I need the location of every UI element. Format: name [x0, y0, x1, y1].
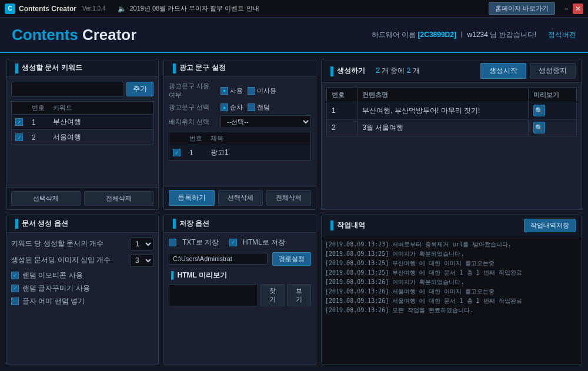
- find-button[interactable]: 찾기: [260, 284, 285, 306]
- kw-col-checkbox: [15, 103, 32, 112]
- log-panel: 작업내역 작업내역저장 [2019.08.09.13:23] 서버로부터 중복제…: [321, 215, 582, 366]
- per-keyword-select[interactable]: 1235: [130, 238, 153, 250]
- ad-position-select[interactable]: --선택--: [220, 115, 311, 128]
- ad-nouse-text: 미사용: [257, 86, 276, 95]
- ad-col-checkbox: [173, 134, 189, 143]
- preview-icon-2[interactable]: 🔍: [533, 122, 545, 133]
- count-total: 2: [376, 66, 380, 75]
- ad-row-1: 1 광고1: [169, 145, 310, 160]
- separator: ㅣ: [458, 31, 467, 39]
- register-ad-button[interactable]: 등록하기: [169, 190, 215, 206]
- emoticon-checkbox[interactable]: [11, 272, 19, 279]
- ad-position-row: 배치위치 선택 --선택--: [169, 115, 311, 128]
- ad-table-header: 번호 제목: [169, 132, 310, 145]
- log-entry: [2019.08.09.13:23] 서버로부터 중복제거 url를 받아왔습니…: [325, 240, 578, 249]
- per-keyword-label: 키워드 당 생성할 문서의 개수: [11, 239, 126, 249]
- emoticon-option[interactable]: 랜덤 이모티콘 사용: [11, 270, 153, 280]
- html-label: HTML로 저장: [243, 238, 285, 248]
- gen-no-2: 2: [327, 119, 358, 136]
- generate-panel: 생성하기 2 개 중에 2 개 생성시작 생성중지 번호 컨텐츠명: [321, 59, 582, 210]
- gen-col-preview: 미리보기: [529, 88, 577, 102]
- font-checkbox[interactable]: [11, 285, 19, 292]
- ad-nouse-radio[interactable]: [248, 87, 255, 95]
- gen-col-name: 컨텐츠명: [358, 88, 529, 102]
- kw-checkbox-2[interactable]: [15, 133, 23, 141]
- generate-table-body: 1 부산여행, 부산먹방투어! 마무리 짓기! 🔍 2 3월 서울여행 🔍: [327, 102, 577, 136]
- minimize-button[interactable]: −: [561, 4, 572, 14]
- ad-position-label: 배치위치 선택: [169, 118, 216, 126]
- html-checkbox[interactable]: [229, 239, 237, 246]
- ad-order-text: 순차: [230, 103, 243, 112]
- ad-use-options: 사용 미사용: [220, 86, 276, 95]
- delete-selected-ad-button[interactable]: 선택삭제: [218, 190, 263, 206]
- ad-use-label: 광고문구 사용여부: [169, 82, 216, 99]
- txt-checkbox[interactable]: [169, 239, 176, 246]
- generate-table: 번호 컨텐츠명 미리보기 1 부산여행, 부산먹방투어! 마무리 짓기! 🔍: [326, 88, 577, 136]
- start-generate-button[interactable]: 생성시작: [480, 63, 526, 79]
- ad-order-option[interactable]: 순차: [220, 103, 243, 112]
- version-label: Ver.1.0.4: [82, 5, 105, 12]
- log-entry: [2019.08.09.13:26] 서울여행 에 대한 이미지 를고오는중: [325, 287, 578, 296]
- font-size-checkbox[interactable]: [11, 298, 19, 305]
- delete-all-keywords-button[interactable]: 전체삭제: [84, 191, 153, 206]
- keywords-panel-title: 생성할 문서 키워드: [6, 59, 158, 77]
- ad-checkbox-1[interactable]: [173, 149, 181, 156]
- kw-col-no: 번호: [32, 103, 53, 112]
- hw-label: 하드웨어 이름: [372, 31, 416, 39]
- save-panel: 저장 옵션 TXT로 저장 HTML로 저장 C:\Users\Administ…: [163, 215, 316, 366]
- preview-icon-1[interactable]: 🔍: [533, 105, 545, 116]
- stop-generate-button[interactable]: 생성중지: [530, 63, 576, 79]
- gen-preview-2: 🔍: [529, 119, 577, 136]
- font-option[interactable]: 랜덤 글자꾸미기 사용: [11, 283, 153, 293]
- keyword-input[interactable]: [11, 82, 124, 96]
- ad-nouse-option[interactable]: 미사용: [248, 86, 276, 95]
- generate-count-info: 2 개 중에 2 개: [376, 66, 420, 76]
- html-search-input[interactable]: [169, 284, 258, 306]
- path-input[interactable]: C:\Users\Administrat: [169, 253, 268, 265]
- logo: Contents Creator: [12, 26, 372, 44]
- ad-title-1: 광고1: [211, 148, 307, 158]
- per-keyword-row: 키워드 당 생성할 문서의 개수 1235: [11, 238, 153, 250]
- home-button[interactable]: 홈페이지 바로가기: [489, 2, 555, 15]
- txt-option[interactable]: TXT로 저장: [169, 238, 219, 248]
- font-size-label: 글자 어미 랜덤 넣기: [22, 296, 85, 306]
- delete-selected-keywords-button[interactable]: 선택삭제: [11, 191, 81, 206]
- view-button[interactable]: 보기: [287, 284, 311, 306]
- options-panel-title: 문서 생성 옵션: [6, 215, 158, 233]
- logo-contents: Contents: [12, 26, 78, 44]
- gen-row-2: 2 3월 서울여행 🔍: [327, 119, 577, 136]
- ad-random-radio[interactable]: [248, 103, 255, 111]
- keywords-panel: 생성할 문서 키워드 추가 번호 키워드 1 부산여행: [6, 59, 159, 210]
- ad-order-radio[interactable]: [220, 103, 228, 111]
- ad-col-no: 번호: [189, 134, 211, 143]
- user-info: 하드웨어 이름 [2C3899D2] ㅣ w1234 님 반갑습니다!: [372, 30, 536, 40]
- html-option[interactable]: HTML로 저장: [229, 238, 285, 248]
- log-entry: [2019.08.09.13:26] 모든 작업을 완료하였습니다.: [325, 306, 578, 315]
- close-button[interactable]: ✕: [573, 4, 583, 14]
- generate-title: 생성하기: [328, 66, 365, 76]
- save-panel-title: 저장 옵션: [164, 215, 316, 233]
- gen-name-1: 부산여행, 부산먹방투어! 마무리 짓기!: [358, 102, 529, 119]
- ad-use-row: 광고문구 사용여부 사용 미사용: [169, 82, 311, 99]
- gen-preview-1: 🔍: [529, 102, 577, 119]
- delete-all-ad-button[interactable]: 전체삭제: [266, 190, 311, 206]
- ad-random-option[interactable]: 랜덤: [248, 103, 270, 112]
- options-panel: 문서 생성 옵션 키워드 당 생성할 문서의 개수 1235 생성된 문서당 이…: [6, 215, 159, 366]
- ad-footer: 등록하기 선택삭제 전체삭제: [164, 186, 316, 209]
- keywords-table-header: 번호 키워드: [12, 102, 153, 115]
- add-keyword-button[interactable]: 추가: [126, 82, 153, 96]
- emoticon-label: 랜덤 이모티콘 사용: [22, 270, 83, 280]
- kw-value-1: 부산여행: [53, 117, 149, 127]
- ad-use-option[interactable]: 사용: [220, 86, 243, 95]
- path-button[interactable]: 경로설정: [272, 252, 311, 266]
- ad-use-radio[interactable]: [220, 87, 228, 95]
- save-log-button[interactable]: 작업내역저장: [524, 219, 576, 232]
- images-label: 생성된 문서당 이미지 삽입 개수: [11, 255, 126, 265]
- font-size-option[interactable]: 글자 어미 랜덤 넣기: [11, 296, 153, 306]
- main-content: 생성할 문서 키워드 추가 번호 키워드 1 부산여행: [0, 53, 588, 371]
- logo-creator: Creator: [78, 26, 137, 44]
- register-link[interactable]: 정식버전: [548, 30, 576, 40]
- kw-checkbox-1[interactable]: [15, 118, 23, 126]
- images-select[interactable]: 1235: [130, 254, 153, 267]
- log-body: [2019.08.09.13:23] 서버로부터 중복제거 url를 받아왔습니…: [322, 236, 582, 365]
